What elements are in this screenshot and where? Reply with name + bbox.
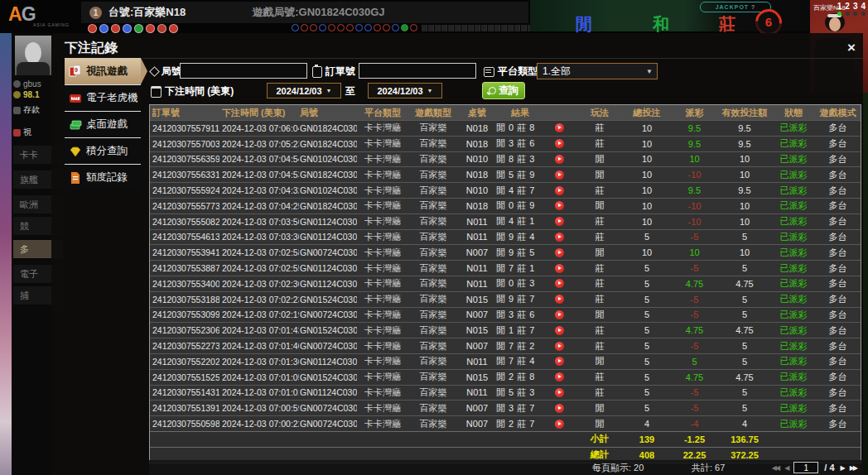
play-icon[interactable] [555,123,564,132]
play-icon[interactable] [555,201,564,210]
order-cell: 241203075539413 [150,247,219,257]
money-bag-icon [13,91,21,98]
avatar [15,36,51,75]
round-cell: GN01824C030GG [299,170,357,180]
order-cell: 241203075538873 [150,263,219,273]
pagination: ◀◀ ◀ / 4 ▶ ▶▶ [772,461,856,474]
sidebar-item-video-games[interactable]: 9視訊遊戲 [65,58,141,84]
close-icon[interactable]: × [843,40,860,56]
seat-number[interactable]: 4 [861,2,866,16]
date-to-picker[interactable]: 2024/12/03▼ [368,83,442,98]
order-cell: 241203075531880 [150,295,219,305]
game-info-bar: 1 台號:百家樂N18 遊戲局號:GN01824C030GJ [81,2,528,23]
bead-icon [319,24,326,31]
valid-cell: 9.5 [717,139,772,149]
date-from-picker[interactable]: 2024/12/03▼ [267,83,341,98]
bead-icon [383,24,390,31]
table-no-cell: N018 [458,201,496,211]
table-row: 2412030755508222024-12-03 07:03:50GN0112… [150,214,861,229]
play-icon[interactable] [555,357,564,366]
platform-cell: 卡卡灣廳 [357,247,408,259]
status-cell: 已派彩 [772,324,815,337]
order-cell: 241203075546135 [150,232,219,242]
sidebar-item-points-query[interactable]: 積分查詢 [65,137,141,164]
seat-selector[interactable]: 1234 [837,2,866,16]
play-icon[interactable] [555,404,564,413]
play-icon[interactable] [555,186,564,195]
order-cell: 241203075513912 [150,403,219,413]
play-icon[interactable] [555,279,564,288]
time-cell: 2024-12-03 07:04:53 [219,170,299,180]
order-input[interactable] [359,63,476,79]
play-icon[interactable] [555,420,564,429]
page-input[interactable] [793,462,818,473]
play-icon[interactable] [555,155,564,164]
play-cell: 閒 [577,309,622,321]
round-input[interactable] [180,63,307,79]
table-no-cell: N011 [458,357,496,367]
sidebar-item-slot-games[interactable]: 777電子老虎機 [65,84,141,111]
play-icon[interactable] [555,170,564,180]
play-icon[interactable] [555,233,564,242]
round-cell: GN01524C030GD [299,372,357,382]
platform-select[interactable]: 1.全部▼ [537,63,658,79]
play-icon[interactable] [555,372,564,381]
bet-time-label: 下注時間 (美東) [151,84,234,98]
bet-cell: 10 [622,154,672,164]
svg-text:9: 9 [75,67,78,73]
play-icon[interactable] [555,310,564,319]
next-page-icon[interactable]: ▶ [841,464,844,472]
calendar-icon [151,86,162,98]
round-cell: GN00724C030FI [299,419,357,429]
game-cell: 百家樂 [408,355,458,367]
circle-1-badge: 1 [89,7,102,19]
table-row: 2412030755152522024-12-03 07:01:05GN0152… [150,369,861,385]
play-icon[interactable] [555,295,564,304]
time-cell: 2024-12-03 07:00:59 [219,403,299,413]
play-icon[interactable] [555,388,564,397]
seat-number[interactable]: 1 [837,2,842,16]
payout-cell: -5 [672,232,717,242]
prev-page-icon[interactable]: ◀ [784,464,788,472]
result-text: 閒 3 莊 6 [496,309,535,321]
modal-title: 下注記錄 [65,40,118,57]
play-icon[interactable] [555,326,564,335]
category-video[interactable]: 視 [13,127,31,138]
table-footer: 每頁顯示: 20 共計: 67 ◀◀ ◀ / 4 ▶ ▶▶ [149,460,863,475]
last-page-icon[interactable]: ▶▶ [850,464,856,472]
status-cell: 已派彩 [772,247,815,259]
seat-number[interactable]: 3 [853,2,858,16]
time-cell: 2024-12-03 07:01:36 [219,357,299,367]
play-icon[interactable] [555,217,564,226]
credit-record-icon [69,171,82,185]
play-cell: 閒 [577,402,622,415]
chip-icon [88,24,97,33]
platform-cell: 卡卡灣廳 [357,262,408,275]
game-cell: 百家樂 [408,293,458,305]
order-cell: 241203075522730 [150,341,219,351]
play-cell: 莊 [577,293,622,305]
bead-icon [301,24,308,31]
time-cell: 2024-12-03 07:01:05 [219,372,299,382]
bet-cell: 10 [622,185,672,195]
play-icon[interactable] [555,264,564,273]
sidebar-item-table-games[interactable]: 桌面遊戲 [65,111,141,137]
time-cell: 2024-12-03 07:02:19 [219,309,299,319]
deposit-button[interactable]: 存款 [13,104,40,116]
sidebar-item-credit-records[interactable]: 額度記錄 [65,164,141,190]
play-icon[interactable] [555,342,564,351]
result-text: 閒 0 莊 3 [496,277,535,290]
table-no-cell: N011 [458,217,496,227]
bet-cell: 5 [622,387,672,397]
play-icon[interactable] [555,139,564,148]
total-bet: 408 [622,450,672,460]
seat-number[interactable]: 2 [845,2,850,16]
lobby-left-panel: gbus 98.1 存款 視 卡卡旗艦歐洲競多電子捕 [12,33,51,475]
play-icon[interactable] [555,248,564,257]
round-cell: GN01824C030GF [299,201,357,211]
status-cell: 已派彩 [772,386,815,399]
game-cell: 百家樂 [408,231,458,243]
first-page-icon[interactable]: ◀◀ [772,464,779,472]
table-no-cell: N007 [458,419,496,429]
search-button[interactable]: 查詢 [482,82,525,99]
